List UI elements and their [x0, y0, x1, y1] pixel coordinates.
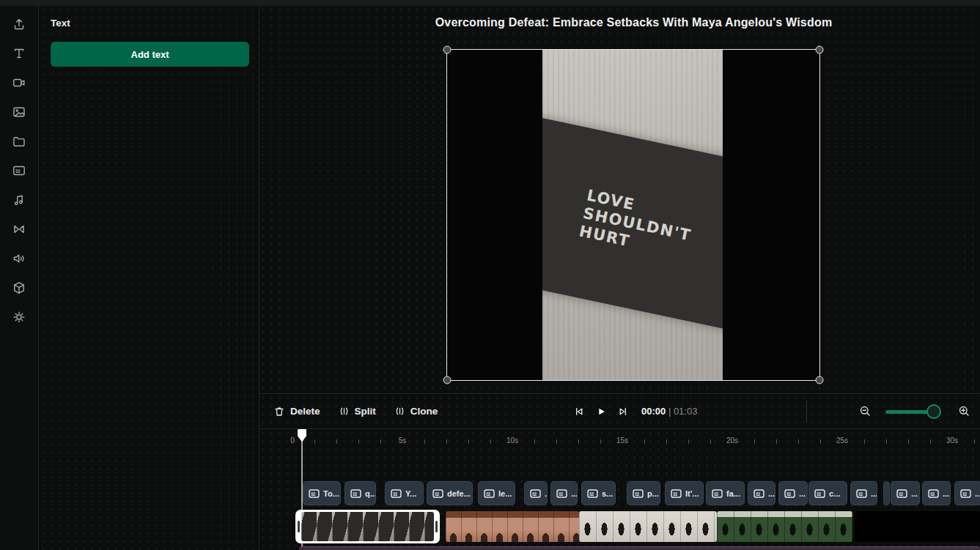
- captions-icon: [633, 489, 644, 498]
- audio-track[interactable]: [299, 546, 980, 550]
- trim-handle-left[interactable]: [298, 521, 300, 532]
- text-clip-label: ...: [545, 489, 548, 498]
- panel-title: Text: [51, 18, 70, 29]
- text-clip[interactable]: p...: [627, 481, 660, 505]
- preview-area: Overcoming Defeat: Embrace Setbacks With…: [259, 6, 980, 393]
- text-clip[interactable]: ...: [850, 481, 877, 505]
- music-button[interactable]: [4, 185, 34, 215]
- resize-handle-nw[interactable]: [443, 46, 452, 54]
- text-clip-label: ...: [871, 489, 877, 498]
- settings-button[interactable]: [4, 302, 34, 332]
- add-text-button[interactable]: Add text: [51, 42, 249, 67]
- resize-handle-se[interactable]: [816, 376, 824, 384]
- delete-button[interactable]: Delete: [273, 405, 320, 418]
- video-clip[interactable]: [855, 511, 980, 542]
- upload-icon: [12, 17, 26, 31]
- video-camera-icon: [12, 75, 26, 90]
- text-clip-label: q...: [365, 489, 376, 498]
- video-sign-text: LOVE SHOULDN'T HURT: [577, 186, 696, 262]
- video-selection-box[interactable]: LOVE SHOULDN'T HURT: [446, 49, 820, 381]
- text-clip[interactable]: To...: [303, 481, 341, 505]
- window-top-strip: [0, 0, 980, 6]
- text-clip-label: fa...: [726, 489, 740, 498]
- timeline[interactable]: 05s10s15s20s25s30s To...q...Y...defe...l…: [259, 428, 980, 550]
- split-icon: [338, 405, 350, 417]
- video-clip-thumbnails: [301, 512, 434, 541]
- project-files-button[interactable]: [4, 127, 34, 156]
- captions-icon: [587, 489, 598, 498]
- elements-button[interactable]: [4, 273, 34, 302]
- timeline-zoom-slider[interactable]: [885, 404, 944, 419]
- zoom-out-button[interactable]: [858, 404, 872, 418]
- skip-to-start-button[interactable]: [572, 405, 586, 418]
- media-images-button[interactable]: [4, 97, 34, 127]
- text-clip[interactable]: le...: [478, 481, 515, 505]
- zoom-in-button[interactable]: [957, 404, 971, 418]
- music-icon: [12, 193, 26, 207]
- text-clip-label: ...: [943, 489, 949, 498]
- captions-icon: [484, 489, 495, 498]
- video-clip[interactable]: [446, 511, 579, 542]
- clone-button[interactable]: Clone: [394, 405, 438, 417]
- captions-icon: [712, 489, 723, 498]
- resize-handle-ne[interactable]: [816, 46, 824, 54]
- icon-rail: [0, 6, 39, 550]
- text-clip-label: ...: [975, 489, 980, 498]
- captions-icon: [671, 489, 682, 498]
- upload-button[interactable]: [4, 10, 34, 39]
- play-button[interactable]: [594, 405, 608, 418]
- text-clip[interactable]: ...: [891, 481, 920, 505]
- toolbar-divider: [806, 401, 807, 423]
- text-clip[interactable]: ...: [748, 481, 775, 505]
- text-clip[interactable]: ...: [922, 481, 951, 505]
- text-clip[interactable]: defe...: [427, 481, 473, 505]
- trim-handle-right[interactable]: [435, 521, 438, 532]
- text-clip-label: ...: [911, 489, 918, 498]
- text-clip[interactable]: q...: [345, 481, 376, 505]
- text-clip[interactable]: It'...: [665, 481, 704, 505]
- subtitles-button[interactable]: [4, 156, 34, 185]
- video-clip-selected[interactable]: [295, 510, 440, 543]
- text-clip[interactable]: s...: [581, 481, 616, 505]
- clone-icon: [394, 405, 406, 417]
- zoom-slider-handle[interactable]: [926, 404, 941, 419]
- text-clip-label: c...: [829, 489, 840, 498]
- captions-icon: [754, 489, 765, 498]
- time-display: 00:00 | 01:03: [641, 406, 697, 417]
- captions-icon: [556, 489, 567, 498]
- text-tool-button[interactable]: [4, 39, 34, 68]
- text-clip[interactable]: ...: [550, 481, 578, 505]
- text-clip[interactable]: [883, 481, 890, 505]
- text-clip[interactable]: ...: [524, 481, 548, 505]
- video-clip[interactable]: [717, 511, 852, 542]
- text-clip[interactable]: fa...: [706, 481, 745, 505]
- text-clip-label: p...: [647, 489, 659, 498]
- text-clip[interactable]: ...: [778, 481, 808, 505]
- transitions-button[interactable]: [4, 215, 34, 244]
- audio-button[interactable]: [4, 244, 34, 273]
- captions-icon: [784, 489, 795, 498]
- speaker-icon: [12, 251, 26, 266]
- text-clip-label: s...: [602, 489, 613, 498]
- text-clip[interactable]: c...: [808, 481, 847, 505]
- folder-icon: [12, 134, 26, 149]
- text-clip[interactable]: Y...: [385, 481, 424, 505]
- captions-icon: [350, 489, 361, 498]
- timeline-toolbar: Delete Split Clone 00:00 | 01:03: [259, 393, 980, 428]
- trash-icon: [273, 405, 286, 418]
- text-panel: Text Add text: [40, 6, 259, 550]
- text-clip[interactable]: ...: [954, 481, 980, 505]
- text-clip-label: ...: [799, 489, 806, 498]
- playhead[interactable]: [298, 428, 306, 442]
- record-button[interactable]: [4, 68, 34, 97]
- skip-to-end-button[interactable]: [616, 405, 630, 418]
- captions-icon: [814, 489, 825, 498]
- text-clip-label: ...: [571, 489, 578, 498]
- text-icon: [12, 46, 26, 61]
- text-clip-label: le...: [498, 489, 512, 498]
- video-clip[interactable]: [579, 511, 717, 542]
- resize-handle-sw[interactable]: [443, 376, 452, 384]
- split-button[interactable]: Split: [338, 405, 376, 417]
- video-sign: LOVE SHOULDN'T HURT: [542, 117, 723, 330]
- video-preview[interactable]: LOVE SHOULDN'T HURT: [542, 50, 723, 380]
